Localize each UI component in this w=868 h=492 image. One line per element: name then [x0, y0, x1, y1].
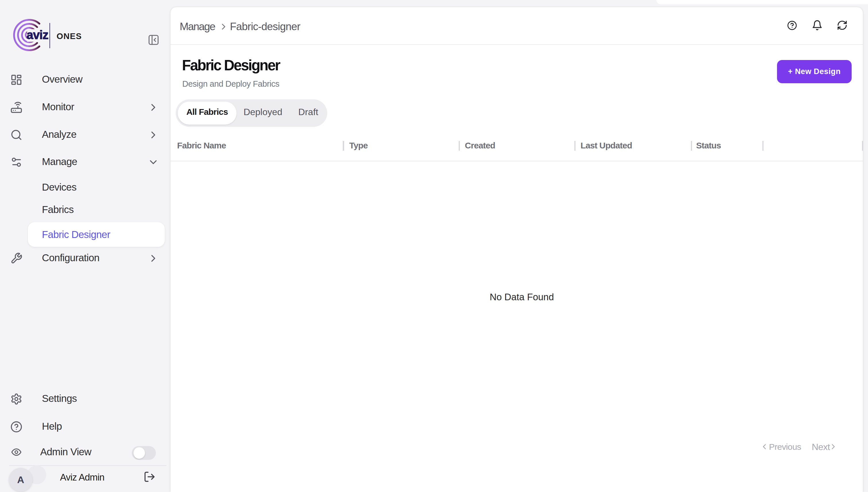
svg-text:aviz: aviz [27, 28, 48, 42]
svg-text:ONES: ONES [56, 31, 82, 41]
